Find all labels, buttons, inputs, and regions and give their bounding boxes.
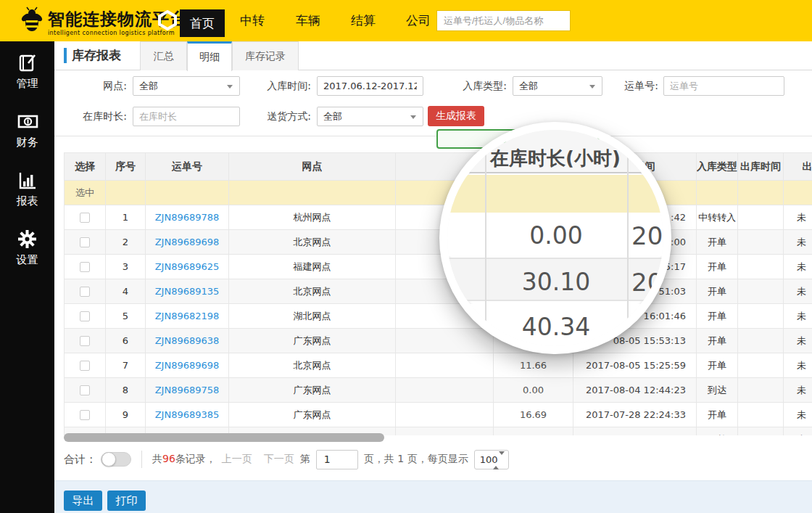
per-page-select[interactable]: 100 (474, 450, 509, 469)
spinner-arrows-icon (493, 455, 505, 466)
nav-item-transfer[interactable]: 中转 (233, 0, 271, 41)
export-button[interactable]: 导出 (64, 491, 102, 511)
cell-branch: 北京网点 (229, 279, 396, 304)
cell-waybill[interactable]: ZJN89689788 (146, 205, 229, 230)
magnifier-lens: 在库时长(小时) 0.00 201 30.10 20 40.34 (439, 122, 671, 354)
row-checkbox[interactable] (80, 385, 90, 395)
row-checkbox[interactable] (80, 237, 90, 247)
col-header-waybill[interactable]: 运单号 (146, 153, 229, 181)
cell-branch: 广东网点 (229, 403, 396, 427)
filter-delivery-select[interactable]: 全部 (317, 107, 423, 126)
tab-detail[interactable]: 明细 (187, 41, 232, 71)
cell-waybill[interactable]: ZJN89689625 (146, 255, 229, 279)
sidebar-item-label: 设置 (0, 253, 54, 267)
magnified-value: 0.00 (485, 221, 627, 250)
page-number-input[interactable] (316, 450, 358, 469)
filter-waybill-input[interactable] (670, 81, 778, 91)
table-row: 9ZJN89689385广东网点16.692017-07-28 22:24:33… (65, 403, 812, 427)
filter-intime-input[interactable] (323, 81, 417, 91)
nav-item-vehicle[interactable]: 车辆 (289, 0, 327, 41)
cell-waybill[interactable]: ZJN89689638 (146, 329, 229, 353)
cell-in_type: 到达 (697, 378, 738, 403)
row-checkbox[interactable] (80, 311, 90, 321)
cell-out_flag: 未 (784, 403, 812, 427)
magnified-column-header: 在库时长(小时) (447, 146, 663, 171)
cell-in_time: 2017-07-28 22:24:33 (573, 403, 697, 427)
cell-waybill[interactable]: ZJN89689698 (146, 353, 229, 378)
filter-intype-select[interactable]: 全部 (513, 76, 602, 96)
cell-waybill[interactable]: ZJN89689385 (146, 403, 229, 427)
col-header-branch[interactable]: 网点 (229, 153, 396, 181)
col-header-intype[interactable]: 入库类型 (697, 153, 738, 181)
search-input[interactable] (436, 10, 571, 31)
chevron-down-icon (410, 115, 416, 119)
sidebar-item-reports[interactable]: 报表 (0, 159, 54, 218)
tab-stock-records[interactable]: 库存记录 (232, 41, 299, 70)
filter-duration-input[interactable] (139, 111, 233, 122)
cell-out_time (738, 378, 784, 403)
sum-toggle[interactable] (101, 452, 131, 467)
magnified-column-divider (485, 130, 486, 346)
magnified-value: 30.10 (485, 268, 627, 296)
table-body: 1ZJN89689788杭州网点:42中转转入未2ZJN89689698北京网点… (65, 205, 812, 436)
row-checkbox[interactable] (80, 213, 90, 223)
cell-out_flag: 未 (784, 230, 812, 255)
prev-page-link[interactable]: 上一页 (222, 453, 252, 466)
nav-item-company[interactable]: 公司 (399, 0, 437, 41)
cell-no: 1 (106, 205, 146, 230)
magnified-filter-row (447, 175, 663, 213)
inventory-table: 选择 序号 运单号 网点 在库时长(小时) 入库时间 入库类型 出库时间 出库 … (64, 152, 812, 435)
sidebar-item-finance[interactable]: 财务 (0, 100, 54, 159)
tab-summary[interactable]: 汇总 (140, 41, 187, 70)
cell-out_time (738, 205, 784, 230)
row-checkbox[interactable] (80, 410, 90, 420)
nav-item-settlement[interactable]: 结算 (344, 0, 382, 41)
filter-waybill-field[interactable] (663, 76, 784, 96)
sidebar-item-settings[interactable]: 设置 (0, 218, 54, 276)
horizontal-scrollbar[interactable] (64, 433, 384, 442)
cell-waybill[interactable]: ZJN89689135 (146, 279, 229, 304)
cell-out_time (738, 329, 784, 353)
row-checkbox[interactable] (80, 336, 90, 346)
next-page-link[interactable]: 下一页 (264, 453, 294, 466)
cell-waybill[interactable]: ZJN89689698 (146, 230, 229, 255)
row-checkbox[interactable] (80, 287, 90, 297)
cell-no: 7 (106, 353, 146, 378)
nav-item-home[interactable]: 首页 (180, 9, 225, 37)
cell-in_type: 开单 (697, 255, 738, 279)
cell-in_type: 开单 (697, 427, 738, 436)
page-pre-text: 第 (300, 453, 310, 466)
cell-col5 (396, 427, 494, 436)
generate-report-button[interactable]: 生成报表 (428, 106, 484, 126)
chevron-down-icon (227, 85, 233, 89)
toggle-knob (102, 452, 116, 467)
sidebar-item-manage[interactable]: 管理 (0, 41, 54, 100)
filter-section: 网点: 全部 入库时间: 入库类型: 全部 运单号: 在库时长: (54, 70, 812, 136)
cell-col5 (396, 329, 494, 353)
cell-waybill[interactable]: ZJN89689758 (146, 378, 229, 403)
cell-waybill[interactable]: ZJN89682198 (146, 304, 229, 329)
chart-icon (17, 171, 37, 190)
cell-in_type: 开单 (697, 403, 738, 427)
filter-branch-select[interactable]: 全部 (133, 76, 240, 96)
table-row: 8ZJN89689758广东网点0.002017-08-04 12:44:23到… (65, 378, 812, 403)
filter-duration-field[interactable] (133, 107, 240, 126)
row-checkbox[interactable] (80, 361, 90, 371)
cell-in_type: 中转转入 (697, 205, 738, 230)
filter-branch-label: 网点: (75, 80, 127, 93)
col-header-outflag[interactable]: 出库 (784, 153, 812, 181)
table-row: 2ZJN89689698北京网点:00开单未 (65, 230, 812, 255)
filter-duration-label: 在库时长: (66, 110, 127, 123)
col-header-outtime[interactable]: 出库时间 (738, 153, 784, 181)
col-header-select[interactable]: 选择 (65, 153, 106, 181)
filter-intime-field[interactable] (317, 76, 423, 96)
table-row: 3ZJN89689625福建网点5:17开单未 (65, 255, 812, 279)
col-header-index[interactable]: 序号 (106, 153, 146, 181)
magnified-column-divider (627, 130, 629, 346)
print-button[interactable]: 打印 (107, 491, 146, 511)
divider (141, 451, 142, 468)
inventory-table-wrap: 选择 序号 运单号 网点 在库时长(小时) 入库时间 入库类型 出库时间 出库 … (64, 152, 812, 435)
sum-toggle-label: 合计： (64, 453, 96, 467)
row-checkbox[interactable] (80, 262, 90, 272)
cell-in_time: 2016-07-28 21:48:30 (573, 427, 697, 436)
